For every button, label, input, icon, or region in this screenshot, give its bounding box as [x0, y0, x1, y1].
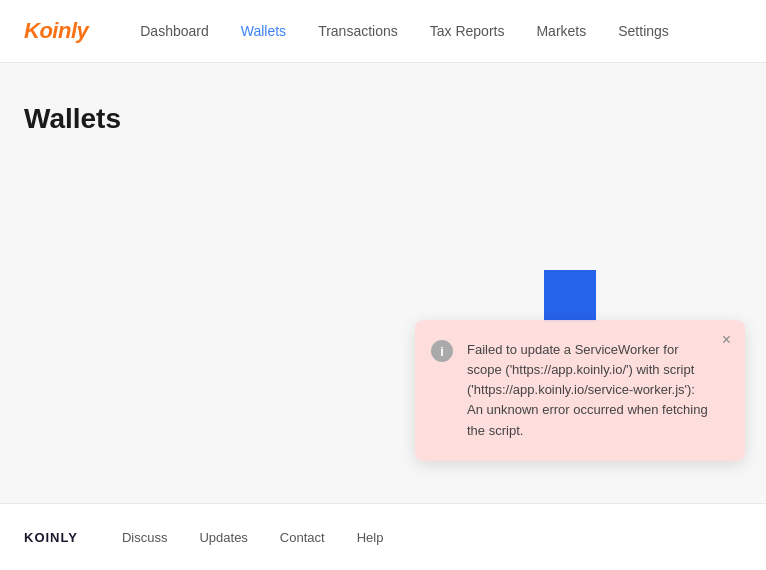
- nav-tax-reports[interactable]: Tax Reports: [418, 17, 517, 45]
- footer: KOINLY Discuss Updates Contact Help: [0, 503, 766, 570]
- page-title: Wallets: [24, 103, 742, 135]
- header: Koinly Dashboard Wallets Transactions Ta…: [0, 0, 766, 63]
- error-toast: i × Failed to update a ServiceWorker for…: [415, 320, 745, 461]
- footer-link-help[interactable]: Help: [357, 530, 384, 545]
- footer-link-updates[interactable]: Updates: [199, 530, 247, 545]
- blue-square-decoration: [544, 270, 596, 322]
- footer-link-contact[interactable]: Contact: [280, 530, 325, 545]
- close-button[interactable]: ×: [722, 332, 731, 348]
- main-nav: Dashboard Wallets Transactions Tax Repor…: [128, 17, 681, 45]
- error-message: Failed to update a ServiceWorker for sco…: [467, 340, 709, 441]
- nav-wallets[interactable]: Wallets: [229, 17, 298, 45]
- main-content: Wallets: [0, 63, 766, 183]
- nav-markets[interactable]: Markets: [524, 17, 598, 45]
- nav-dashboard[interactable]: Dashboard: [128, 17, 221, 45]
- nav-settings[interactable]: Settings: [606, 17, 681, 45]
- logo: Koinly: [24, 18, 88, 44]
- footer-link-discuss[interactable]: Discuss: [122, 530, 168, 545]
- nav-transactions[interactable]: Transactions: [306, 17, 410, 45]
- info-icon: i: [431, 340, 453, 362]
- footer-logo: KOINLY: [24, 530, 78, 545]
